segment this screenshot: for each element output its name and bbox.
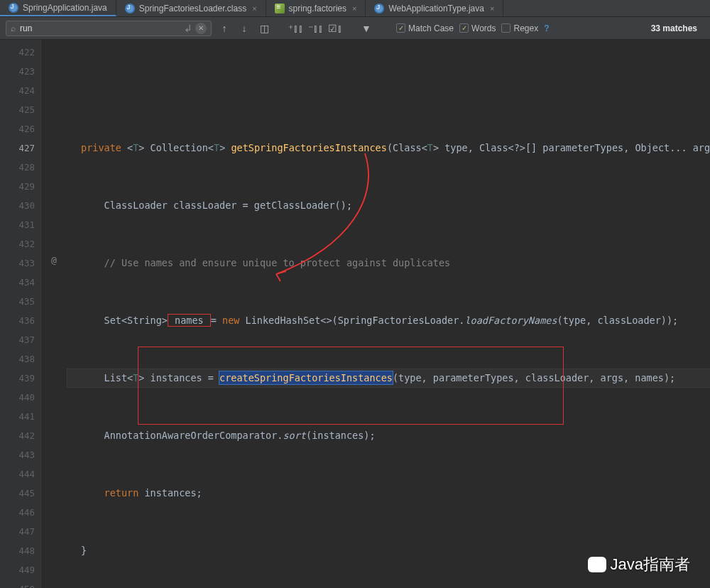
file-icon [275,4,285,13]
words-checkbox[interactable]: ✓Words [459,23,496,33]
close-icon[interactable]: × [490,4,494,13]
match-case-checkbox[interactable]: ✓Match Case [396,23,454,33]
code-line-current: List<T> instances = createSpringFactorie… [67,369,710,388]
filter-icon[interactable]: ▼ [359,21,373,36]
code-line: return instances; [67,484,710,503]
tab-label: WebApplicationType.java [388,4,484,13]
tab-spring-factories-file[interactable]: spring.factories × [266,0,366,16]
code-line: private <T> Collection<T> getSpringFacto… [67,138,710,158]
tab-spring-factories-loader[interactable]: SpringFactoriesLoader.class × [116,0,266,16]
find-input[interactable] [20,23,181,33]
code-area[interactable]: private <T> Collection<T> getSpringFacto… [67,40,710,588]
search-icon: ⌕ [11,23,16,33]
regex-checkbox[interactable]: Regex [501,23,538,33]
java-icon [125,4,135,13]
watermark: Java指南者 [588,554,690,575]
highlight-names-var: names [168,314,211,327]
add-selection-icon[interactable]: ⁺⫿⫿ [288,21,302,36]
java-icon [9,3,18,13]
line-gutter: 4224234244254264274284294304314324334344… [0,40,41,588]
tab-label: spring.factories [289,4,346,13]
editor-tabs: SpringApplication.java SpringFactoriesLo… [0,0,710,17]
code-line: Set<String> names = new LinkedHashSet<>(… [67,311,710,330]
find-input-box[interactable]: ⌕ ↲ ✕ [6,21,212,36]
annotation-gutter: @ [41,40,67,588]
select-occurrences-icon[interactable]: ☑⫿ [328,21,342,36]
close-icon[interactable]: × [352,4,356,13]
find-bar: ⌕ ↲ ✕ ↑ ↓ ◫ ⁺⫿⫿ ⁻⫿⫿ ☑⫿ ▼ ✓Match Case ✓Wo… [0,17,710,40]
tab-web-application-type[interactable]: WebApplicationType.java × [366,0,503,16]
select-all-icon[interactable]: ◫ [257,21,271,36]
clear-icon[interactable]: ✕ [195,23,207,34]
tab-label: SpringApplication.java [23,3,107,13]
code-line: AnnotationAwareOrderComparator.sort(inst… [67,426,710,445]
tab-label: SpringFactoriesLoader.class [139,4,246,13]
match-count: 33 matches [651,23,697,33]
code-line: ClassLoader classLoader = getClassLoader… [67,196,710,215]
code-line: // Use names and ensure unique to protec… [67,254,710,273]
highlight-create-call: createSpringFactoriesInstances [219,371,393,384]
code-editor[interactable]: 4224234244254264274284294304314324334344… [0,40,710,588]
help-icon[interactable]: ? [544,23,549,33]
java-icon [374,4,384,13]
remove-selection-icon[interactable]: ⁻⫿⫿ [308,21,322,36]
code-line [67,81,710,100]
close-icon[interactable]: × [252,4,256,13]
tab-spring-application[interactable]: SpringApplication.java [0,0,116,16]
newline-icon[interactable]: ↲ [181,21,195,36]
wechat-icon [588,557,606,572]
prev-match-icon[interactable]: ↑ [217,21,231,36]
next-match-icon[interactable]: ↓ [237,21,251,36]
